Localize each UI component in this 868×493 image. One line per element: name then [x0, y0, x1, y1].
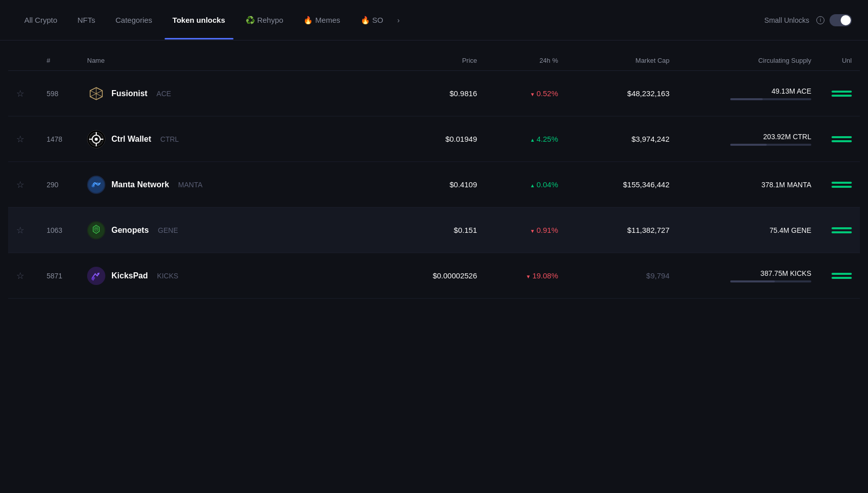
market-cap-cell: $3,974,242	[558, 135, 669, 143]
unlock-bar-2	[832, 95, 852, 97]
header-name: Name	[87, 57, 386, 64]
unlock-bar	[832, 136, 852, 138]
rank-cell: 290	[47, 181, 87, 189]
coin-name-cell: Ctrl Wallet CTRL	[87, 130, 386, 148]
arrow-down-icon	[530, 89, 537, 98]
market-cap-cell: $48,232,163	[558, 89, 669, 98]
arrow-up-icon	[530, 180, 537, 189]
rank-cell: 5871	[47, 272, 87, 280]
table-row: ☆ 5871 KicksPad KICKS $0.00002526 19.08%…	[8, 253, 860, 299]
supply-bar	[730, 98, 763, 100]
navigation-bar: All Crypto NFTs Categories Token unlocks…	[0, 0, 868, 40]
nav-right-controls: Small Unlocks i	[764, 14, 852, 26]
nav-chevron-icon[interactable]: ›	[396, 16, 402, 24]
unlock-cell	[811, 273, 852, 279]
unlock-bar	[832, 182, 852, 184]
header-unlock: Unl	[811, 57, 852, 64]
unlock-bar-2	[832, 140, 852, 142]
change-cell: 0.04%	[477, 180, 558, 189]
supply-bar	[730, 280, 775, 282]
supply-bar-container	[730, 280, 811, 282]
coin-ticker: ACE	[156, 90, 171, 98]
star-button[interactable]: ☆	[16, 270, 47, 281]
unlock-cell	[811, 227, 852, 233]
nav-rehypo[interactable]: ♻️ Rehypo	[238, 12, 292, 29]
coin-name-cell: KicksPad KICKS	[87, 267, 386, 285]
supply-cell: 387.75M KICKS	[669, 269, 811, 282]
header-star	[16, 57, 47, 64]
header-rank: #	[47, 57, 87, 64]
supply-cell: 75.4M GENE	[669, 226, 811, 234]
svg-point-6	[95, 138, 98, 141]
svg-point-11	[88, 177, 104, 193]
supply-bar	[730, 144, 767, 146]
supply-bar-container	[730, 98, 811, 100]
supply-cell: 203.92M CTRL	[669, 133, 811, 146]
change-cell: 0.52%	[477, 89, 558, 98]
table-header-row: # Name Price 24h % Market Cap Circulatin…	[8, 51, 860, 71]
table-row: ☆ 290 Manta Network MANTA $0.4109 0.04% …	[8, 162, 860, 208]
coin-logo	[87, 85, 105, 103]
coin-name: Genopets	[111, 226, 149, 235]
supply-cell: 378.1M MANTA	[669, 181, 811, 189]
rank-cell: 1478	[47, 135, 87, 143]
supply-value: 49.13M ACE	[771, 87, 811, 95]
svg-point-13	[88, 222, 104, 238]
market-cap-cell: $9,794	[558, 271, 669, 280]
header-circ-supply: Circulating Supply	[669, 57, 811, 64]
nav-categories[interactable]: Categories	[107, 12, 161, 28]
small-unlocks-toggle[interactable]	[830, 14, 852, 26]
coin-logo	[87, 176, 105, 194]
coin-name: Manta Network	[111, 180, 169, 189]
nav-memes[interactable]: 🔥 Memes	[295, 12, 348, 29]
nav-token-unlocks[interactable]: Token unlocks	[165, 12, 233, 28]
price-cell: $0.9816	[386, 89, 477, 98]
coin-logo	[87, 221, 105, 239]
coin-ticker: MANTA	[178, 181, 203, 189]
svg-point-16	[95, 228, 97, 230]
star-button[interactable]: ☆	[16, 88, 47, 99]
market-cap-cell: $155,346,442	[558, 180, 669, 189]
svg-point-17	[88, 268, 104, 284]
unlock-bar-2	[832, 277, 852, 279]
nav-nfts[interactable]: NFTs	[69, 12, 103, 28]
star-button[interactable]: ☆	[16, 225, 47, 236]
coin-name-cell: Genopets GENE	[87, 221, 386, 239]
info-icon[interactable]: i	[816, 16, 824, 24]
arrow-up-icon	[530, 135, 537, 143]
rank-cell: 598	[47, 90, 87, 98]
coin-name-cell: Fusionist ACE	[87, 85, 386, 103]
header-change24h: 24h %	[477, 57, 558, 64]
unlock-cell	[811, 91, 852, 97]
coin-logo	[87, 130, 105, 148]
unlock-bar-2	[832, 231, 852, 233]
change-cell: 19.08%	[477, 271, 558, 280]
header-market-cap: Market Cap	[558, 57, 669, 64]
price-cell: $0.4109	[386, 180, 477, 189]
unlock-bar	[832, 227, 852, 229]
table-row: ☆ 1478 Ctrl Wallet CTRL $0.01949 4.25% $…	[8, 116, 860, 162]
svg-point-19	[97, 273, 99, 275]
header-price: Price	[386, 57, 477, 64]
nav-all-crypto[interactable]: All Crypto	[16, 12, 65, 28]
nav-so[interactable]: 🔥 SO	[352, 12, 391, 29]
unlock-bar-2	[832, 186, 852, 188]
unlock-cell	[811, 136, 852, 142]
unlock-bar	[832, 91, 852, 93]
star-button[interactable]: ☆	[16, 134, 47, 145]
coin-name-cell: Manta Network MANTA	[87, 176, 386, 194]
coin-ticker: CTRL	[161, 135, 179, 143]
coin-name: KicksPad	[111, 271, 148, 280]
coin-ticker: GENE	[158, 226, 178, 234]
star-button[interactable]: ☆	[16, 179, 47, 190]
supply-cell: 49.13M ACE	[669, 87, 811, 100]
supply-value: 378.1M MANTA	[761, 181, 811, 189]
table-row: ☆ 1063 Genopets GENE $0.151 0.91% $11,38…	[8, 208, 860, 253]
coin-name: Ctrl Wallet	[111, 135, 151, 144]
market-cap-cell: $11,382,727	[558, 226, 669, 234]
unlock-cell	[811, 182, 852, 188]
table-row: ☆ 598 Fusionist ACE $0.9816 0.52% $48,23…	[8, 71, 860, 116]
crypto-table: # Name Price 24h % Market Cap Circulatin…	[0, 51, 868, 299]
arrow-down-icon	[526, 271, 532, 280]
change-cell: 0.91%	[477, 226, 558, 234]
